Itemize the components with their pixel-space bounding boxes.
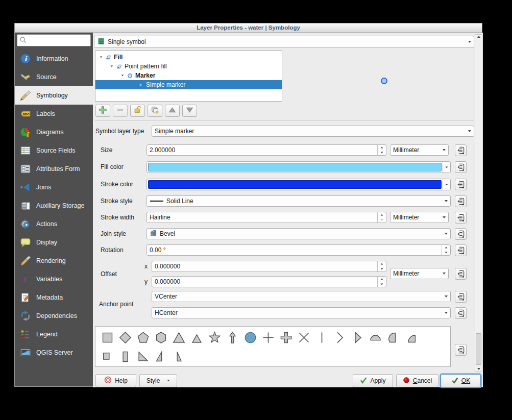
sidebar-item-source[interactable]: Source — [15, 68, 93, 86]
spin-down-icon[interactable] — [378, 217, 386, 223]
shape-equilateral-triangle[interactable] — [188, 328, 206, 347]
shape-cross2[interactable] — [295, 328, 313, 347]
stroke-width-override-button[interactable] — [455, 212, 467, 224]
sidebar-item-actions[interactable]: Actions — [15, 215, 93, 233]
search-input[interactable] — [17, 34, 91, 46]
anchor-vertical-override-button[interactable] — [455, 291, 467, 303]
stroke-color-override-button[interactable] — [455, 179, 467, 190]
offset-y-spinbox[interactable]: 0.000000 — [152, 276, 386, 287]
sidebar-item-legend[interactable]: Legend — [15, 325, 93, 343]
shape-arrowhead[interactable] — [331, 328, 349, 347]
shape-diamond[interactable] — [116, 328, 134, 347]
chevron-down-icon[interactable] — [443, 179, 450, 190]
vertical-scrollbar[interactable] — [475, 34, 482, 372]
shape-half-square[interactable] — [116, 347, 134, 366]
apply-button[interactable]: Apply — [353, 374, 393, 387]
shape-triangle[interactable] — [170, 328, 188, 347]
style-button[interactable]: Style — [139, 374, 177, 387]
sidebar-item-information[interactable]: iInformation — [15, 50, 93, 68]
move-up-symbol-layer-button[interactable] — [165, 105, 180, 117]
chevron-down-icon[interactable] — [443, 162, 450, 172]
shape-quarter-circle[interactable] — [402, 328, 420, 347]
shape-circle[interactable] — [241, 328, 259, 347]
sidebar-item-source-fields[interactable]: Source Fields — [15, 141, 93, 160]
shape-line[interactable] — [313, 328, 331, 347]
sidebar-item-rendering[interactable]: Rendering — [15, 252, 93, 270]
shape-override-button[interactable] — [455, 344, 467, 356]
tree-item-fill[interactable]: Fill — [95, 53, 282, 62]
stroke-color-button[interactable] — [147, 179, 451, 190]
sidebar-item-display[interactable]: Display — [15, 233, 93, 252]
stroke-style-combo[interactable]: Solid Line — [147, 195, 451, 207]
anchor-horizontal-override-button[interactable] — [455, 307, 467, 319]
scrollbar-thumb[interactable] — [476, 333, 481, 365]
sidebar-item-joins[interactable]: Joins — [15, 178, 93, 196]
tree-item-simple-marker[interactable]: Simple marker — [95, 80, 282, 89]
offset-unit-combo[interactable]: Millimeter — [390, 268, 449, 279]
sidebar-item-symbology[interactable]: Symbology — [15, 86, 93, 105]
shape-pentagon[interactable] — [134, 328, 152, 347]
shape-arrow[interactable] — [224, 328, 241, 347]
size-unit-combo[interactable]: Millimeter — [390, 144, 449, 156]
stroke-width-unit-combo[interactable]: Millimeter — [390, 212, 449, 223]
shape-filled-arrowhead[interactable] — [349, 328, 367, 347]
sidebar-item-metadata[interactable]: Metadata — [15, 288, 93, 307]
spin-down-icon[interactable] — [378, 150, 386, 155]
spin-up-icon[interactable] — [378, 261, 386, 266]
shape-third-circle[interactable] — [384, 328, 402, 347]
sidebar-item-diagrams[interactable]: Diagrams — [15, 123, 93, 141]
renderer-combo[interactable]: Single symbol — [94, 36, 474, 48]
anchor-horizontal-combo[interactable]: HCenter — [152, 307, 451, 318]
shape-hexagon[interactable] — [152, 328, 170, 347]
sidebar-item-dependencies[interactable]: Dependencies — [15, 307, 93, 325]
offset-x-spinbox[interactable]: 0.000000 — [152, 261, 386, 272]
spin-up-icon[interactable] — [442, 245, 450, 250]
lock-symbol-layer-button[interactable] — [130, 105, 145, 117]
duplicate-symbol-layer-button[interactable] — [148, 105, 162, 117]
cancel-button[interactable]: Cancel — [396, 374, 438, 387]
shape-star[interactable] — [206, 328, 224, 347]
remove-symbol-layer-button[interactable] — [113, 105, 128, 117]
spin-down-icon[interactable] — [442, 250, 450, 255]
sidebar-item-labels[interactable]: abcLabels — [15, 105, 93, 123]
rotation-override-button[interactable] — [455, 244, 467, 256]
scroll-down-icon[interactable] — [475, 368, 482, 370]
ok-button[interactable]: OK — [441, 374, 481, 387]
sidebar-item-qgis-server[interactable]: QGIS Server — [15, 343, 93, 362]
stroke-style-override-button[interactable] — [455, 195, 467, 207]
stroke-width-spinbox[interactable]: Hairline — [147, 212, 386, 223]
join-style-override-button[interactable] — [455, 228, 467, 240]
sidebar-item-variables[interactable]: εVariables — [15, 270, 93, 288]
tree-item-point-pattern-fill[interactable]: Point pattern fill — [95, 62, 282, 71]
help-button[interactable]: Help — [95, 374, 136, 387]
size-override-button[interactable] — [455, 144, 467, 156]
spin-down-icon[interactable] — [378, 266, 386, 271]
anchor-vertical-combo[interactable]: VCenter — [152, 291, 451, 302]
tree-expander-icon[interactable] — [119, 75, 126, 77]
add-symbol-layer-button[interactable] — [95, 105, 110, 117]
sidebar-item-auxiliary-storage[interactable]: Auxiliary Storage — [15, 196, 93, 215]
shape-cross-fill[interactable] — [277, 328, 295, 347]
rotation-spinbox[interactable]: 0.00 ° — [147, 244, 451, 256]
shape-quarter-square[interactable] — [99, 347, 116, 366]
shape-left-half-triangle[interactable] — [170, 347, 188, 366]
spin-up-icon[interactable] — [378, 277, 386, 282]
scroll-up-icon[interactable] — [475, 36, 482, 38]
size-spinbox[interactable]: 2.000000 — [147, 144, 386, 156]
shape-diagonal-half-square[interactable] — [134, 347, 152, 366]
tree-expander-icon[interactable] — [97, 56, 105, 58]
tree-item-marker[interactable]: Marker — [95, 71, 282, 80]
spin-down-icon[interactable] — [378, 282, 386, 287]
fill-color-button[interactable] — [147, 161, 451, 173]
offset-override-button[interactable] — [455, 268, 467, 280]
fill-color-override-button[interactable] — [455, 161, 467, 173]
spin-up-icon[interactable] — [378, 145, 386, 150]
shape-square[interactable] — [99, 328, 116, 347]
tree-expander-icon[interactable] — [108, 65, 115, 67]
shape-semicircle[interactable] — [367, 328, 384, 347]
move-down-symbol-layer-button[interactable] — [182, 105, 197, 117]
symbol-layer-type-combo[interactable]: Simple marker — [152, 126, 474, 137]
shape-cross[interactable] — [259, 328, 277, 347]
sidebar-item-attributes-form[interactable]: Attributes Form — [15, 160, 93, 178]
spin-up-icon[interactable] — [378, 212, 386, 217]
